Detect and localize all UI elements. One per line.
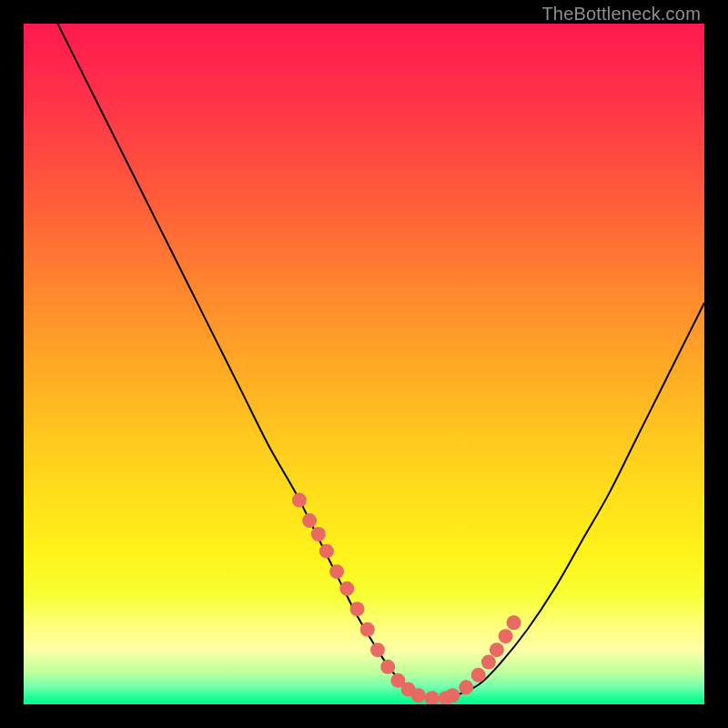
marker-dot xyxy=(302,513,317,528)
marker-dot xyxy=(459,680,473,694)
marker-dot xyxy=(360,622,375,637)
marker-dot xyxy=(292,493,307,508)
bottleneck-chart xyxy=(24,24,704,704)
marker-dot xyxy=(350,602,365,616)
marker-dot xyxy=(380,660,395,674)
marker-dot xyxy=(499,629,513,643)
marker-dot xyxy=(490,642,504,657)
chart-frame xyxy=(24,24,704,704)
marker-dot xyxy=(471,668,486,682)
marker-dot xyxy=(319,544,334,559)
marker-dot xyxy=(311,527,326,541)
chart-background xyxy=(24,24,704,704)
watermark-text: TheBottleneck.com xyxy=(541,4,701,25)
marker-dot xyxy=(329,564,344,579)
marker-dot xyxy=(411,688,426,703)
marker-dot xyxy=(339,581,354,596)
marker-dot xyxy=(481,655,496,670)
marker-dot xyxy=(370,642,385,657)
marker-dot xyxy=(445,688,460,703)
marker-dot xyxy=(507,615,521,630)
